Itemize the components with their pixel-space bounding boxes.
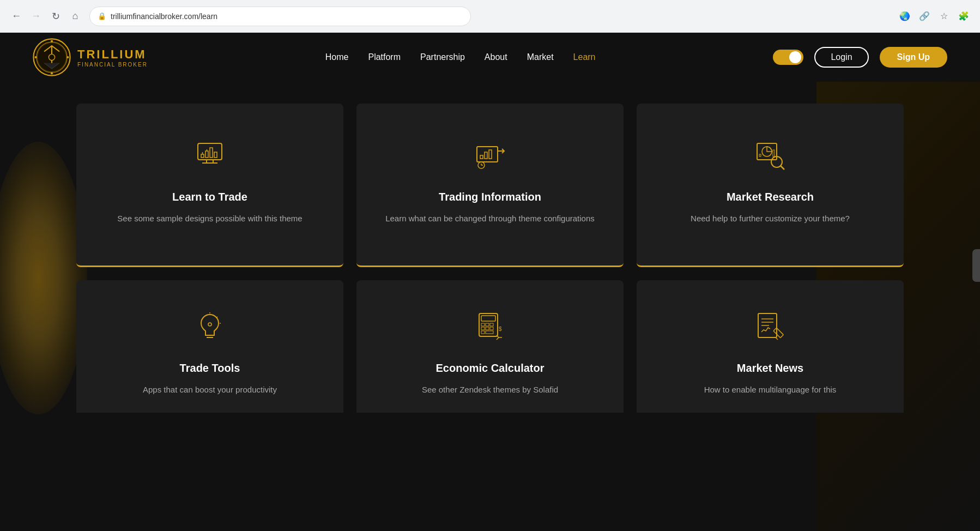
- svg-point-4: [51, 40, 53, 43]
- svg-rect-40: [486, 323, 489, 326]
- logo-text-block: TRILLIUM FINANCIAL BROKER: [77, 47, 148, 68]
- cards-grid-row2: Trade Tools Apps that can boost your pro…: [76, 280, 904, 413]
- learn-to-trade-icon: [191, 136, 229, 174]
- address-bar[interactable]: 🔒 trilliumfinancialbroker.com/learn: [89, 7, 471, 26]
- svg-point-7: [66, 56, 69, 58]
- svg-rect-38: [481, 316, 495, 321]
- lock-icon: 🔒: [98, 12, 106, 20]
- svg-line-28: [781, 166, 784, 170]
- forward-button[interactable]: →: [28, 9, 44, 24]
- card-learn-to-trade[interactable]: Learn to Trade See some sample designs p…: [76, 104, 343, 267]
- extensions-button[interactable]: 🧩: [956, 9, 971, 24]
- svg-rect-42: [481, 327, 485, 330]
- svg-line-54: [776, 337, 778, 340]
- logo[interactable]: TRILLIUM FINANCIAL BROKER: [33, 38, 148, 76]
- cards-grid-row1: Learn to Trade See some sample designs p…: [76, 104, 904, 267]
- card-trade-tools-title: Trade Tools: [180, 362, 240, 375]
- svg-rect-11: [201, 154, 204, 158]
- scroll-indicator[interactable]: [972, 249, 980, 282]
- economic-calculator-icon: $: [471, 307, 509, 346]
- website: TRILLIUM FINANCIAL BROKER Home Platform …: [0, 33, 980, 531]
- browser-nav-buttons: ← → ↻ ⌂: [9, 9, 83, 24]
- svg-rect-18: [480, 155, 483, 159]
- card-learn-to-trade-desc: See some sample designs possible with th…: [117, 212, 302, 225]
- card-trade-tools[interactable]: Trade Tools Apps that can boost your pro…: [76, 280, 343, 413]
- svg-rect-14: [214, 152, 217, 158]
- card-market-research-title: Market Research: [727, 191, 814, 203]
- reload-button[interactable]: ↻: [48, 9, 63, 24]
- card-economic-calc-title: Economic Calculator: [436, 362, 545, 375]
- main-content: Learn to Trade See some sample designs p…: [0, 82, 980, 413]
- card-trading-information[interactable]: Trading Information Learn what can be ch…: [356, 104, 624, 267]
- svg-rect-19: [485, 152, 487, 159]
- nav-partnership[interactable]: Partnership: [420, 52, 465, 62]
- svg-point-3: [49, 54, 55, 60]
- login-button[interactable]: Login: [814, 47, 868, 68]
- nav-about[interactable]: About: [485, 52, 507, 62]
- logo-icon: [33, 38, 71, 76]
- card-trading-info-title: Trading Information: [439, 191, 541, 203]
- card-market-research-desc: Need help to further customize your them…: [691, 212, 850, 225]
- svg-rect-29: [759, 154, 761, 156]
- share-button[interactable]: 🔗: [917, 9, 932, 24]
- theme-toggle[interactable]: [773, 50, 803, 65]
- market-research-icon: [751, 136, 789, 174]
- toggle-knob: [789, 51, 801, 63]
- nav-platform[interactable]: Platform: [368, 52, 401, 62]
- nav-learn[interactable]: Learn: [573, 52, 596, 62]
- svg-rect-53: [773, 328, 783, 337]
- signup-button[interactable]: Sign Up: [880, 47, 947, 68]
- svg-rect-44: [490, 327, 493, 330]
- card-economic-calc-desc: See other Zendesk themes by Solafid: [422, 383, 558, 396]
- card-learn-to-trade-title: Learn to Trade: [172, 191, 247, 203]
- nav-links: Home Platform Partnership About Market L…: [325, 52, 596, 62]
- browser-actions: 🌏 🔗 ☆ 🧩: [897, 9, 971, 24]
- svg-rect-41: [490, 323, 493, 326]
- card-trading-info-desc: Learn what can be changed through theme …: [385, 212, 595, 225]
- bookmark-button[interactable]: ☆: [936, 9, 952, 24]
- card-market-news[interactable]: Market News How to enable multilanguage …: [637, 280, 904, 413]
- svg-rect-30: [773, 150, 775, 156]
- svg-rect-13: [210, 148, 213, 158]
- svg-rect-12: [205, 151, 208, 158]
- trading-information-icon: [471, 136, 509, 174]
- card-trade-tools-desc: Apps that can boost your productivity: [143, 383, 277, 396]
- svg-rect-37: [479, 313, 498, 336]
- home-button[interactable]: ⌂: [68, 9, 83, 24]
- svg-rect-43: [486, 327, 489, 330]
- nav-right: Login Sign Up: [773, 47, 947, 68]
- logo-name: TRILLIUM: [77, 47, 148, 62]
- card-market-research[interactable]: Market Research Need help to further cus…: [637, 104, 904, 267]
- trade-tools-icon: [191, 307, 229, 346]
- url-text: trilliumfinancialbroker.com/learn: [111, 12, 217, 21]
- card-market-news-desc: How to enable multilanguage for this: [704, 383, 837, 396]
- svg-rect-39: [481, 323, 485, 326]
- svg-point-5: [51, 72, 53, 74]
- nav-home[interactable]: Home: [325, 52, 349, 62]
- card-market-news-title: Market News: [737, 362, 803, 375]
- svg-rect-46: [486, 331, 493, 334]
- nav-market[interactable]: Market: [527, 52, 554, 62]
- back-button[interactable]: ←: [9, 9, 24, 24]
- translate-button[interactable]: 🌏: [897, 9, 912, 24]
- browser-chrome: ← → ↻ ⌂ 🔒 trilliumfinancialbroker.com/le…: [0, 0, 980, 33]
- svg-rect-45: [481, 331, 485, 334]
- svg-point-6: [35, 56, 37, 58]
- card-economic-calculator[interactable]: $ Economic Calculator See other Zendesk …: [356, 280, 624, 413]
- navbar: TRILLIUM FINANCIAL BROKER Home Platform …: [0, 33, 980, 82]
- svg-text:$: $: [499, 326, 502, 332]
- svg-point-36: [208, 323, 211, 326]
- market-news-icon: [751, 307, 789, 346]
- svg-rect-20: [489, 150, 492, 159]
- logo-sub: FINANCIAL BROKER: [77, 62, 148, 68]
